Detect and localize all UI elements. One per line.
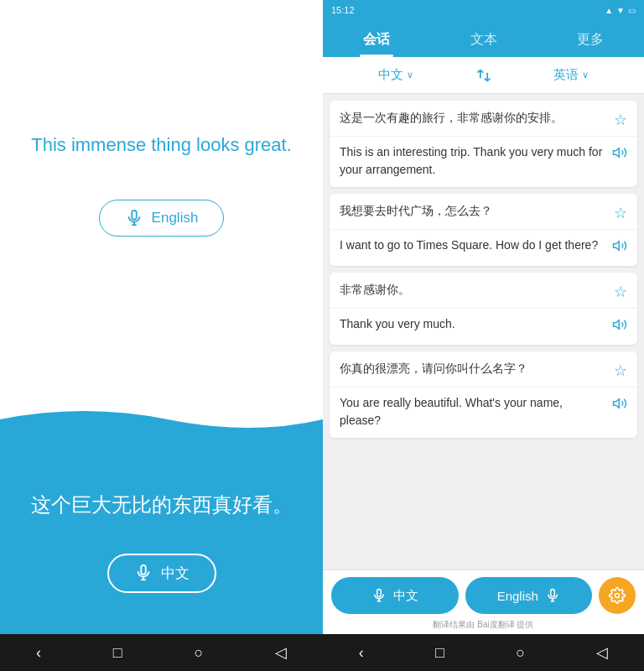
chinese-mic-label: 中文 [161, 564, 190, 583]
translation-card-4: 你真的很漂亮，请问你叫什么名字？ ☆ You are really beauti… [330, 351, 637, 438]
left-bottom-nav: ‹ □ ○ ◁ [0, 634, 323, 671]
svg-rect-3 [141, 565, 146, 575]
card-1-target: This is an interesting trip. Thank you v… [330, 137, 637, 187]
speak-english-button[interactable]: English [465, 577, 593, 614]
source-lang-chevron: ∨ [407, 70, 413, 81]
top-tabs: 会话 文本 更多 [323, 20, 644, 57]
card-3-speaker-button[interactable] [612, 317, 627, 336]
chinese-mic-button[interactable]: 中文 [107, 554, 216, 593]
source-lang-label: 中文 [378, 67, 403, 83]
mic-icon-chinese [134, 564, 153, 582]
right-panel: 15:12 ▲ ▼ ▭ 会话 文本 更多 中文 ∨ 英语 [323, 0, 644, 671]
card-4-star-button[interactable]: ☆ [614, 362, 627, 380]
tab-more[interactable]: 更多 [537, 31, 644, 57]
card-4-source: 你真的很漂亮，请问你叫什么名字？ ☆ [330, 351, 637, 388]
target-lang-chevron: ∨ [582, 70, 589, 81]
right-bottom-nav: ‹ □ ○ ◁ [323, 634, 644, 671]
speak-chinese-label: 中文 [393, 588, 418, 604]
card-4-source-text: 你真的很漂亮，请问你叫什么名字？ [340, 360, 607, 377]
translation-card-2: 我想要去时代广场，怎么去？ ☆ I want to go to Times Sq… [330, 194, 637, 266]
svg-rect-0 [132, 211, 137, 220]
card-3-target-text: Thank you very much. [340, 315, 605, 333]
svg-marker-9 [614, 399, 620, 408]
settings-button[interactable] [599, 577, 636, 614]
nav-home-right[interactable]: ○ [516, 644, 525, 662]
translation-cards-container: 这是一次有趣的旅行，非常感谢你的安排。 ☆ This is an interes… [323, 94, 644, 570]
svg-marker-6 [614, 148, 620, 158]
speak-chinese-button[interactable]: 中文 [331, 577, 459, 614]
card-2-source: 我想要去时代广场，怎么去？ ☆ [330, 194, 637, 230]
card-2-star-button[interactable]: ☆ [614, 204, 627, 222]
translation-card-3: 非常感谢你。 ☆ Thank you very much. [330, 273, 637, 345]
english-mic-button[interactable]: English [99, 200, 225, 237]
card-1-target-text: This is an interesting trip. Thank you v… [340, 143, 605, 179]
status-icons: ▲ ▼ ▭ [605, 6, 636, 15]
battery-icon: ▭ [628, 6, 636, 15]
english-mic-label: English [152, 210, 199, 226]
nav-arrow-right[interactable]: ◁ [596, 643, 608, 662]
language-selector-row: 中文 ∨ 英语 ∨ [323, 57, 644, 94]
card-4-target: You are really beautiful. What's your na… [330, 388, 637, 438]
wifi-icon: ▼ [616, 6, 625, 15]
card-3-source: 非常感谢你。 ☆ [330, 273, 637, 309]
nav-menu-right[interactable]: □ [435, 644, 444, 662]
svg-marker-8 [614, 320, 620, 330]
translation-card-1: 这是一次有趣的旅行，非常感谢你的安排。 ☆ This is an interes… [330, 101, 637, 187]
status-time: 15:12 [331, 5, 355, 15]
card-4-target-text: You are really beautiful. What's your na… [340, 394, 605, 429]
tab-text[interactable]: 文本 [430, 31, 538, 57]
svg-marker-7 [614, 242, 620, 251]
mic-icon-english [125, 209, 143, 227]
status-bar: 15:12 ▲ ▼ ▭ [323, 0, 644, 20]
card-1-speaker-button[interactable] [612, 145, 627, 164]
card-2-source-text: 我想要去时代广场，怎么去？ [340, 202, 607, 220]
nav-back-icon[interactable]: ‹ [36, 644, 41, 662]
svg-rect-13 [551, 590, 555, 597]
card-2-target-text: I want to go to Times Square. How do I g… [340, 237, 605, 254]
nav-home-icon[interactable]: ○ [194, 644, 203, 662]
card-3-target: Thank you very much. [330, 309, 637, 345]
speak-english-label: English [497, 589, 538, 603]
card-2-target: I want to go to Times Square. How do I g… [330, 230, 637, 266]
card-1-source: 这是一次有趣的旅行，非常感谢你的安排。 ☆ [330, 101, 637, 137]
nav-arrow-icon[interactable]: ◁ [275, 643, 287, 662]
wave-separator [0, 403, 323, 453]
card-3-star-button[interactable]: ☆ [614, 283, 627, 301]
left-top-section: This immense thing looks great. English [0, 0, 323, 403]
target-language-selector[interactable]: 英语 ∨ [499, 67, 645, 83]
source-language-selector[interactable]: 中文 ∨ [323, 67, 469, 83]
signal-icon: ▲ [605, 6, 613, 15]
nav-back-right[interactable]: ‹ [359, 644, 364, 662]
svg-rect-10 [377, 590, 382, 597]
attribution-text: 翻译结果由 Bai度翻译 提供 [323, 617, 644, 634]
bottom-action-bar: 中文 English [323, 570, 644, 617]
tab-conversation[interactable]: 会话 [323, 31, 430, 57]
card-3-source-text: 非常感谢你。 [340, 281, 607, 299]
main-english-text: This immense thing looks great. [6, 133, 317, 159]
card-4-speaker-button[interactable] [612, 396, 627, 415]
card-2-speaker-button[interactable] [612, 238, 627, 257]
svg-point-16 [615, 594, 620, 598]
left-panel: This immense thing looks great. English … [0, 0, 323, 671]
nav-menu-icon[interactable]: □ [113, 644, 122, 662]
target-lang-label: 英语 [553, 67, 579, 83]
card-1-source-text: 这是一次有趣的旅行，非常感谢你的安排。 [340, 109, 607, 127]
card-1-star-button[interactable]: ☆ [614, 111, 627, 129]
language-swap-button[interactable] [469, 67, 499, 84]
main-chinese-text: 这个巨大无比的东西真好看。 [6, 490, 318, 520]
